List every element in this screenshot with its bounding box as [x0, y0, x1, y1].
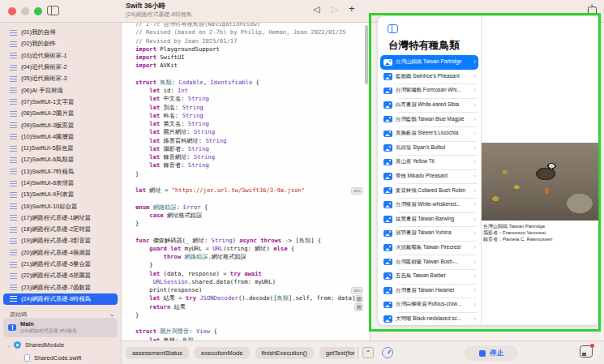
sidebar-item[interactable]: (07)SwiftUI-1文字篇: [0, 96, 121, 108]
code-line[interactable]: let 別名: String: [135, 104, 370, 112]
code-line[interactable]: }: [135, 311, 370, 319]
collapse-completions-icon[interactable]: ⌃: [362, 347, 374, 358]
sidebar-item-main[interactable]: Main (24)網路程式基礎-8特種鳥: [3, 318, 118, 337]
code-line[interactable]: let 維基百科網址: String: [135, 137, 370, 145]
sidebar-item[interactable]: (18)網路程式基礎-2定時篇: [0, 224, 121, 235]
sidebar-item-sharedmodule[interactable]: ⌄ SharedModule: [6, 341, 64, 349]
sidebar-item[interactable]: (16)SwiftUI-10綜合篇: [0, 200, 121, 212]
code-line[interactable]: guard let myURL = URL(string: 網址) else {: [135, 245, 370, 253]
code-line[interactable]: throw 網路錯誤.網址格式錯誤: [135, 253, 370, 261]
code-line[interactable]: }: [135, 220, 370, 228]
sidebar-item[interactable]: (21)網路程式基礎-5整合篇: [0, 259, 121, 270]
forward-icon[interactable]: ▷: [332, 4, 338, 15]
bird-list-item[interactable]: 火冠戴菊鳥 Taiwan Firecrest›: [380, 241, 478, 255]
code-line[interactable]: let 英文名: String: [135, 120, 370, 128]
code-line[interactable]: [135, 195, 370, 203]
sidebar-item[interactable]: (13)SwiftUI-7特種鳥: [0, 166, 121, 178]
string-result-badge[interactable]: abc: [351, 187, 363, 195]
code-line[interactable]: let 錄音者: String: [135, 161, 370, 169]
result-grid-badge[interactable]: ▦: [354, 295, 363, 303]
code-line[interactable]: case 網址格式錯誤: [135, 212, 370, 220]
bird-list-item[interactable]: 台灣白喉噪眉 Rufous-crow...›: [380, 298, 478, 312]
result-grid-badge[interactable]: ▦: [354, 303, 363, 311]
preview-sidebar-toggle-icon[interactable]: [388, 24, 398, 33]
sidebar-item[interactable]: (14)SwiftUI-8表情篇: [0, 178, 121, 189]
editor-scrollbar[interactable]: [365, 25, 368, 84]
sidebar-item[interactable]: (02)我的創作: [0, 38, 121, 49]
bird-list-item[interactable]: 黃胸藪眉 Steere's Liocichla›: [380, 126, 478, 141]
code-line[interactable]: import PlaygroundSupport: [135, 45, 370, 54]
code-line[interactable]: struct 圖片與聲音: View {: [135, 328, 370, 336]
sidebar-toggle-icon[interactable]: [47, 6, 59, 15]
sidebar-item[interactable]: (17)網路程式基礎-1網址篇: [0, 212, 121, 224]
string-result-badge[interactable]: abc: [351, 287, 363, 295]
bird-list-item[interactable]: 藍腹鷴 Swinhoe's Pheasant›: [380, 70, 478, 84]
code-line[interactable]: // Revised (based on 2-7b) by Philip, He…: [135, 28, 370, 36]
sidebar-item[interactable]: (03)近代藝術家-1: [0, 50, 121, 62]
sidebar-item[interactable]: (06)AI 手寫辨識: [0, 84, 121, 96]
sidebar-item[interactable]: (10)SwiftUI-4圖層篇: [0, 131, 121, 143]
back-icon[interactable]: ◁: [313, 4, 319, 15]
code-line[interactable]: [135, 178, 370, 186]
sidebar-item[interactable]: (22)網路程式基礎-6抓圖篇: [0, 270, 121, 281]
minimize-window-button[interactable]: [21, 7, 29, 15]
bird-list-item[interactable]: 烏頭翁 Styan's Bulbul›: [380, 141, 478, 156]
add-icon[interactable]: +: [349, 2, 355, 15]
code-line[interactable]: let 攝影者: String: [135, 145, 370, 153]
sidebar-item[interactable]: (11)SwiftUI-5顏色篇: [0, 143, 121, 154]
code-line[interactable]: // Revised by Jean 2025/01/17: [135, 37, 370, 45]
code-line[interactable]: [135, 71, 370, 79]
sidebar-item[interactable]: (24)網路程式基礎-8特種鳥: [3, 293, 118, 305]
share-icon[interactable]: [588, 6, 597, 15]
zoom-window-button[interactable]: [34, 7, 42, 15]
bird-list-item[interactable]: 大彎嘴 Black-necklaced sc...›: [380, 312, 478, 325]
code-line[interactable]: print(response)abc: [135, 286, 370, 294]
bird-list-item[interactable]: 台灣畫眉 Taiwan Hwamei›: [380, 284, 478, 298]
console-log-icon[interactable]: [580, 345, 593, 358]
close-window-button[interactable]: [8, 7, 16, 15]
code-line[interactable]: // 2-7c 台灣特有種鳥類(NavigationView): [135, 23, 370, 28]
bird-list-item[interactable]: 帝雉 Mikado Pheasant›: [380, 169, 478, 184]
completion-chip[interactable]: executionMode: [195, 347, 250, 359]
code-line[interactable]: let 錄音網址: String: [135, 153, 370, 161]
sidebar-item-sharedcode[interactable]: SharedCode.swift: [24, 354, 81, 362]
sidebar-item[interactable]: (08)SwiftUI-2圖片篇: [0, 108, 121, 119]
sidebar-item[interactable]: (12)SwiftUI-6鳥類篇: [0, 154, 121, 165]
completion-chip[interactable]: assessmentStatus: [126, 347, 189, 359]
bird-list-item[interactable]: 五色鳥 Taiwan Barbet›: [380, 269, 478, 284]
sidebar-item[interactable]: (20)網路程式基礎-4藝廊篇: [0, 247, 121, 259]
bird-list-item[interactable]: 台灣紫嘯鶇 Formosan Whi...›: [380, 84, 478, 98]
code-line[interactable]: enum 網路錯誤: Error {: [135, 203, 370, 212]
sidebar-item[interactable]: (19)網路程式基礎-3影音篇: [0, 235, 121, 246]
bird-list-item[interactable]: 台灣叢樹鶯 Taiwan Bush-...›: [380, 255, 478, 269]
bird-list-item[interactable]: 台灣噪眉 White-whiskered...›: [380, 198, 478, 212]
code-line[interactable]: func 傑森解碼器(_ 網址: String) async throws ->…: [135, 237, 370, 245]
code-line[interactable]: [135, 228, 370, 236]
code-editor[interactable]: // 2-7c 台灣特有種鳥類(NavigationView)// Revise…: [122, 23, 370, 340]
code-line[interactable]: [135, 319, 370, 328]
code-line[interactable]: let 圖片網址: String: [135, 128, 370, 136]
sidebar-item[interactable]: (23)網路程式基礎-7函數篇: [0, 282, 121, 293]
code-line[interactable]: import AVKit: [135, 62, 370, 70]
bird-list-item[interactable]: 台灣藍鵲 Taiwan Blue Magpie›: [380, 112, 478, 126]
code-line[interactable]: let 結果 = try JSONDecoder().decode([鳥類].s…: [135, 294, 370, 302]
sidebar-item[interactable]: (04)近代藝術家-2: [0, 62, 121, 73]
bird-list-item[interactable]: 紋翼畫眉 Taiwan Barwing›: [380, 212, 478, 227]
bird-list-item[interactable]: 栗背林鴝 Collared Bush Robin›: [380, 183, 478, 198]
code-line[interactable]: let 網址 = "https://joc.url.tw/Swift36/3-9…: [135, 186, 370, 195]
code-line[interactable]: let 科名: String: [135, 112, 370, 120]
bird-list-item[interactable]: 冠羽畫眉 Taiwan Yuhina›: [380, 226, 478, 241]
stop-button[interactable]: 停止: [465, 345, 518, 361]
code-line[interactable]: let (data, response) = try await: [135, 270, 370, 278]
chevron-down-icon[interactable]: ⌄: [6, 342, 11, 348]
code-line[interactable]: }: [135, 261, 370, 269]
code-line[interactable]: URLSession.shared.data(from: myURL): [135, 278, 370, 286]
completion-chip[interactable]: finishExecution(): [255, 347, 314, 359]
completion-chip[interactable]: getText(forSourceFil: [319, 347, 355, 359]
code-line[interactable]: let 中文名: String: [135, 95, 370, 103]
code-line[interactable]: struct 鳥類: Codable, Identifiable {: [135, 79, 370, 87]
bird-list-item[interactable]: 白耳畫眉 White-eared Sibia›: [380, 98, 478, 113]
bird-list-item[interactable]: 台灣山鷓鴣 Taiwan Partridge›: [380, 55, 478, 70]
code-line[interactable]: let id: Int: [135, 87, 370, 95]
sidebar-item[interactable]: (15)SwiftUI-9列表篇: [0, 189, 121, 200]
